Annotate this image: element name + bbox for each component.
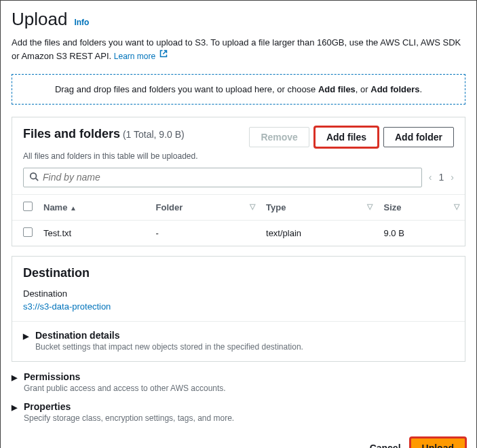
drag-drop-zone[interactable]: Drag and drop files and folders you want…: [12, 74, 465, 105]
dnd-text-2: , or: [356, 84, 370, 94]
col-type[interactable]: Type▽: [261, 194, 378, 220]
destination-details-desc: Bucket settings that impact new objects …: [35, 342, 303, 352]
properties-expander[interactable]: ▶ Properties Specify storage class, encr…: [12, 401, 465, 423]
external-link-icon: [159, 49, 168, 61]
cancel-button[interactable]: Cancel: [370, 443, 401, 448]
search-icon: [29, 172, 39, 183]
upload-button[interactable]: Upload: [411, 438, 465, 448]
description-text: Add the files and folders you want to up…: [12, 37, 461, 61]
svg-point-0: [31, 172, 37, 179]
files-panel-subtitle: All files and folders in this table will…: [12, 151, 465, 168]
col-size[interactable]: Size▽: [378, 194, 465, 220]
table-row[interactable]: Test.txt - text/plain 9.0 B: [12, 220, 465, 246]
dnd-text-3: .: [420, 84, 423, 94]
add-files-button[interactable]: Add files: [315, 127, 378, 147]
properties-title: Properties: [24, 401, 234, 412]
dnd-add-files: Add files: [318, 84, 356, 94]
select-all-checkbox[interactable]: [23, 202, 33, 211]
filter-icon: ▽: [367, 202, 373, 211]
info-link[interactable]: Info: [74, 18, 89, 27]
destination-details-expander[interactable]: ▶ Destination details Bucket settings th…: [23, 330, 454, 352]
col-folder[interactable]: Folder▽: [151, 194, 261, 220]
page-title: Upload: [12, 9, 67, 30]
pager: ‹ 1 ›: [429, 172, 454, 183]
permissions-desc: Grant public access and access to other …: [24, 384, 226, 393]
permissions-expander[interactable]: ▶ Permissions Grant public access and ac…: [12, 371, 465, 393]
destination-label: Destination: [23, 288, 454, 299]
dnd-text-1: Drag and drop files and folders you want…: [55, 84, 318, 94]
cell-type: text/plain: [261, 220, 378, 246]
files-panel-count: (1 Total, 9.0 B): [123, 129, 185, 140]
filter-icon: ▽: [250, 202, 255, 211]
add-folder-button[interactable]: Add folder: [383, 127, 454, 147]
remove-button[interactable]: Remove: [249, 127, 309, 147]
caret-right-icon: ▶: [12, 403, 20, 412]
files-panel: Files and folders (1 Total, 9.0 B) Remov…: [12, 117, 465, 246]
cell-name: Test.txt: [38, 220, 151, 246]
cell-size: 9.0 B: [378, 220, 465, 246]
permissions-title: Permissions: [24, 371, 226, 382]
files-panel-title: Files and folders: [23, 127, 120, 141]
destination-panel: Destination Destination s3://s3-data-pro…: [12, 256, 465, 362]
prev-page-icon[interactable]: ‹: [429, 172, 432, 183]
col-name[interactable]: Name ▲: [38, 194, 151, 220]
caret-right-icon: ▶: [12, 373, 20, 382]
search-input[interactable]: [43, 172, 416, 183]
dnd-add-folders: Add folders: [370, 84, 419, 94]
cell-folder: -: [151, 220, 261, 246]
destination-value[interactable]: s3://s3-data-protection: [23, 301, 454, 312]
filter-icon: ▽: [454, 202, 459, 211]
destination-title: Destination: [23, 266, 454, 280]
caret-right-icon: ▶: [23, 332, 31, 341]
destination-details-title: Destination details: [35, 330, 303, 341]
properties-desc: Specify storage class, encryption settin…: [24, 413, 234, 423]
row-checkbox[interactable]: [23, 227, 33, 237]
page-description: Add the files and folders you want to up…: [12, 37, 465, 63]
learn-more-link[interactable]: Learn more: [114, 52, 155, 61]
sort-asc-icon: ▲: [70, 204, 77, 212]
search-box[interactable]: [23, 168, 422, 187]
page-number: 1: [439, 172, 444, 183]
files-table: Name ▲ Folder▽ Type▽ Size▽ Test.txt - te…: [12, 194, 465, 246]
next-page-icon[interactable]: ›: [451, 172, 454, 183]
